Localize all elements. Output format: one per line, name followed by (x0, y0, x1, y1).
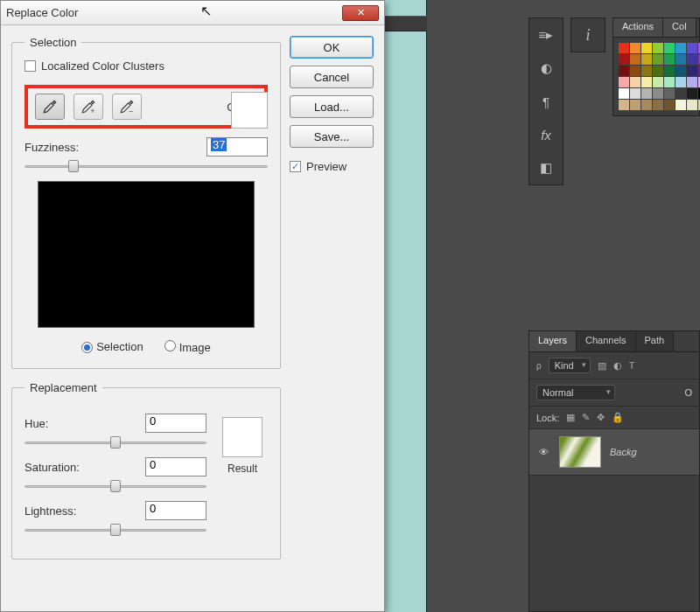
eyedropper-subtract-button[interactable]: − (112, 94, 142, 120)
swatch[interactable] (619, 100, 629, 110)
layer-row-background[interactable]: 👁 Backg (529, 429, 699, 476)
saturation-slider[interactable] (24, 480, 206, 492)
lock-all-icon[interactable]: 🔒 (612, 412, 624, 423)
swatch[interactable] (664, 66, 675, 76)
swatch[interactable] (664, 54, 675, 65)
hue-input[interactable]: 0 (145, 414, 206, 433)
svg-text:+: + (91, 107, 95, 115)
swatch[interactable] (619, 66, 629, 76)
swatch[interactable] (676, 88, 686, 99)
eyedropper-icon (41, 98, 59, 115)
swatch[interactable] (687, 54, 697, 65)
styles-icon[interactable]: fx (535, 123, 557, 146)
swatch[interactable] (676, 100, 686, 110)
eyedropper-button[interactable] (35, 94, 65, 120)
eyedropper-plus-icon: + (80, 98, 97, 115)
filter-type-icon[interactable]: T (629, 360, 635, 372)
save-button[interactable]: Save... (290, 125, 374, 148)
blend-mode-select[interactable]: Normal (536, 385, 615, 400)
layer-thumbnail[interactable] (559, 436, 601, 468)
character-icon[interactable]: ¶ (535, 90, 557, 113)
tab-color[interactable]: Col (663, 18, 696, 37)
swatch[interactable] (676, 77, 686, 87)
swatch[interactable] (653, 66, 663, 76)
swatch[interactable] (641, 77, 652, 87)
swatch[interactable] (676, 66, 686, 76)
selected-color-swatch[interactable] (231, 92, 268, 129)
view-selection-radio[interactable]: Selection (81, 340, 143, 354)
swatch[interactable] (653, 43, 663, 53)
tab-actions[interactable]: Actions (613, 18, 663, 37)
result-color-swatch[interactable] (222, 417, 262, 457)
fuzziness-input[interactable]: 37 (206, 137, 268, 156)
swatch[interactable] (687, 77, 697, 87)
lightness-slider[interactable] (24, 524, 206, 536)
filter-adjust-icon[interactable]: ◐ (613, 360, 622, 372)
swatch[interactable] (687, 100, 697, 110)
view-image-radio[interactable]: Image (164, 340, 211, 354)
swatch[interactable] (641, 88, 652, 99)
swatch[interactable] (619, 54, 629, 65)
swatch[interactable] (664, 100, 675, 110)
swatch[interactable] (619, 77, 629, 87)
cancel-button[interactable]: Cancel (290, 66, 374, 88)
saturation-input[interactable]: 0 (145, 457, 206, 476)
tab-paths[interactable]: Path (636, 331, 675, 351)
filter-pixel-icon[interactable]: ▧ (598, 360, 606, 372)
lightness-label: Lightness: (24, 504, 138, 518)
swatch[interactable] (653, 54, 663, 65)
swatch[interactable] (641, 54, 652, 65)
svg-text:−: − (130, 107, 134, 115)
swatch[interactable] (630, 88, 640, 99)
visibility-eye-icon[interactable]: 👁 (536, 447, 550, 457)
dialog-titlebar[interactable]: Replace Color ✕ (1, 1, 384, 25)
swatch[interactable] (687, 88, 697, 99)
load-button[interactable]: Load... (290, 95, 374, 118)
swatch[interactable] (664, 88, 675, 99)
color-swatches[interactable] (613, 38, 699, 115)
ok-button[interactable]: OK (290, 36, 374, 59)
swatch[interactable] (676, 43, 686, 53)
swatch[interactable] (619, 43, 629, 53)
opacity-label: O (684, 387, 692, 398)
swatch[interactable] (664, 77, 675, 87)
layer-name[interactable]: Backg (610, 447, 637, 457)
swatch[interactable] (619, 88, 629, 99)
swatch[interactable] (687, 43, 697, 53)
adjustments-icon[interactable]: ◧ (535, 156, 557, 179)
close-button[interactable]: ✕ (342, 5, 379, 21)
swatch[interactable] (687, 66, 697, 76)
info-icon[interactable]: i (570, 17, 606, 52)
selection-preview[interactable] (38, 181, 255, 328)
swatch[interactable] (641, 43, 652, 53)
lightness-input[interactable]: 0 (145, 501, 206, 520)
swatch[interactable] (630, 77, 640, 87)
swatch[interactable] (653, 77, 663, 87)
lock-transparency-icon[interactable]: ▦ (566, 412, 575, 423)
brush-presets-icon[interactable]: ◐ (535, 57, 557, 80)
kind-filter[interactable]: Kind (549, 358, 591, 373)
swatch[interactable] (641, 100, 652, 110)
swatch[interactable] (653, 100, 663, 110)
swatch[interactable] (630, 43, 640, 53)
localized-clusters-checkbox[interactable] (24, 60, 36, 72)
canvas-area[interactable] (385, 0, 427, 612)
swatch[interactable] (630, 100, 640, 110)
history-icon[interactable]: ≡▸ (535, 24, 557, 46)
swatch[interactable] (676, 54, 686, 65)
swatch[interactable] (630, 54, 640, 65)
hue-slider[interactable] (24, 436, 206, 449)
selection-group: Selection Localized Color Clusters + − (11, 36, 281, 369)
swatch[interactable] (630, 66, 640, 76)
preview-checkbox[interactable] (290, 161, 301, 172)
swatch[interactable] (653, 88, 663, 99)
tab-channels[interactable]: Channels (577, 331, 635, 351)
fuzziness-slider[interactable] (24, 160, 268, 172)
lock-pixels-icon[interactable]: ✎ (582, 412, 590, 423)
lock-position-icon[interactable]: ✥ (597, 412, 605, 423)
tab-layers[interactable]: Layers (529, 331, 577, 351)
eyedropper-add-button[interactable]: + (74, 94, 103, 120)
lock-label: Lock: (536, 413, 559, 423)
swatch[interactable] (641, 66, 652, 76)
swatch[interactable] (664, 43, 675, 53)
